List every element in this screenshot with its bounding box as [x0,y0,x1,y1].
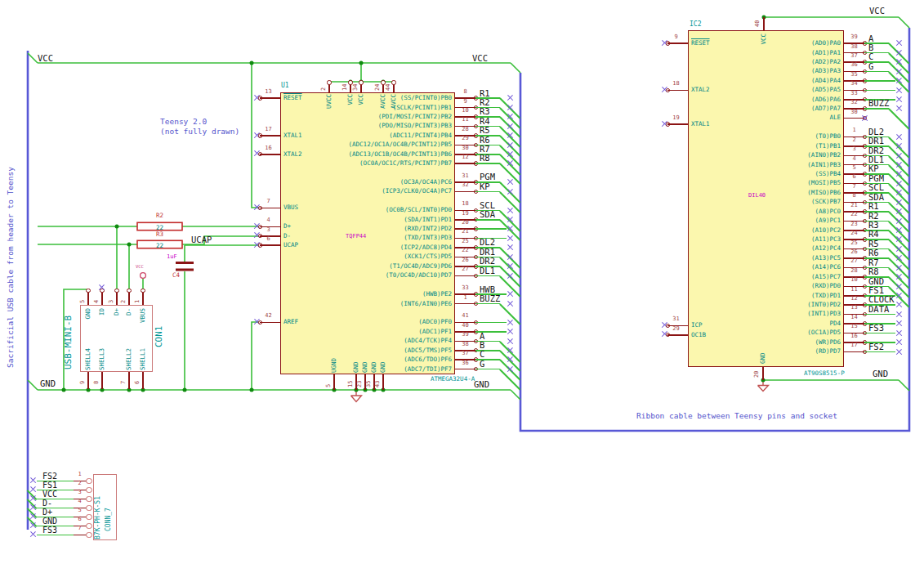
pin-row[interactable]: (AD3)PA3 36 G [688,67,924,76]
net-label[interactable]: DR1 [868,137,884,145]
pin-row[interactable]: (OC0A/OC1C/RTS/PCINT7)PB7 12 R8 [280,159,525,168]
pin-row[interactable]: (ADC4/TCK)PF4 39 A [280,336,525,345]
u1-package[interactable]: TQFP44 [346,234,366,239]
c4-reference[interactable]: C4 [172,272,180,279]
pin-row[interactable]: (ADC1)PF1 40 [280,327,525,336]
pin-row[interactable]: (AD0)PA0 39 A [688,38,924,47]
net-label[interactable]: CLOCK [868,295,895,304]
net-label[interactable]: SCL [868,183,884,192]
net-label[interactable]: KP [868,164,879,173]
u1-part-name[interactable]: ATMEGA32U4-A [431,376,475,383]
net-label[interactable]: R8 [480,154,490,163]
net-label[interactable]: R4 [868,230,879,239]
r2-value[interactable]: 22 [137,225,182,231]
gnd-net-label[interactable]: GND [474,380,489,389]
pin-row[interactable]: (ADC6/TDO)PF6 37 C [280,355,525,364]
vcc-net-label[interactable]: VCC [472,54,488,63]
net-label[interactable]: R6 [480,136,490,145]
net-label[interactable]: FS1 [42,481,57,490]
net-label[interactable]: DR1 [480,248,495,257]
net-label[interactable]: B [480,341,484,350]
net-label[interactable]: R5 [868,239,879,248]
pin-row[interactable]: (A9)PC1 22 R2 [688,216,924,225]
pin-row[interactable]: (RXD/INT2)PD2 20 [280,224,525,233]
net-label[interactable]: DL1 [480,266,495,275]
pin-row[interactable]: (AD4)PA4 35 [688,76,924,85]
net-label[interactable]: G [868,62,873,71]
pin-row[interactable]: (AD2)PA2 37 C [688,57,924,66]
net-label[interactable]: FS3 [868,324,884,333]
u1-reference[interactable]: U1 [281,83,289,89]
net-label[interactable]: C [480,350,484,359]
net-label[interactable]: FS2 [42,472,57,481]
pin-row[interactable]: (SDA/INT1)PD1 19 SDA [280,215,525,224]
pin-row[interactable]: (INT6/AIN0)PE6 1 BUZZ [280,299,525,308]
pin-row[interactable]: (RD)PD7 17 FS2 [688,347,924,356]
net-label[interactable]: R7 [480,145,490,154]
net-label[interactable]: G [480,360,484,369]
pin-row[interactable]: (ADC5/TMS)PF5 38 B [280,346,525,355]
net-label[interactable]: FS2 [868,342,884,351]
net-label[interactable]: R8 [868,267,879,276]
net-label[interactable]: R2 [480,98,490,107]
net-label[interactable]: GND [868,277,884,286]
pin-row[interactable]: (WR)PD6 16 [688,338,924,347]
pin-row[interactable]: (SCK)PB7 8 SDA [688,197,924,206]
pin-row[interactable]: (A14)PC6 27 R7 [688,263,924,272]
pin-row[interactable]: PD4 14 [688,319,924,328]
pin-row[interactable]: (T0/OC4D/ADC10)PD7 27 DL1 [280,271,525,280]
net-label[interactable]: A [868,34,873,43]
pin-row[interactable]: (ADC7/TDI)PF7 36 G [280,365,525,374]
net-label[interactable]: DATA [868,305,889,314]
pin-row[interactable]: (T0)PB0 1 DL2 [688,132,924,141]
pin-row[interactable]: (AD7)PA7 32 BUZZ [688,104,924,113]
ic2-package[interactable]: DIL40 [748,193,766,199]
net-label[interactable]: R6 [868,248,879,257]
pin-row[interactable]: (AD5)PA5 34 [688,85,924,94]
pin-row[interactable]: (A15)PC7 28 R8 [688,272,924,281]
c4-value[interactable]: 1uF [167,254,177,260]
gnd-net-label[interactable]: GND [40,379,56,388]
net-label[interactable]: SDA [480,210,495,219]
pin-row[interactable]: (A8)PC0 21 R1 [688,207,924,216]
net-label[interactable]: D- [42,499,52,508]
pin-row[interactable]: (A12)PC4 25 R5 [688,244,924,253]
net-label[interactable]: FS1 [868,286,884,295]
net-label[interactable]: DR2 [480,257,495,266]
net-label[interactable]: SCL [480,201,495,210]
net-label[interactable]: VCC [42,490,57,499]
pin-row[interactable]: (AIN1)PB3 4 DL1 [688,160,924,169]
pin-row[interactable]: (A13)PC5 26 R6 [688,253,924,262]
net-label[interactable]: C [868,52,873,61]
conn7-part-name[interactable]: B7K-PH-K-S1 [95,496,101,539]
net-label[interactable]: B [868,43,873,52]
net-label[interactable]: HWB [480,285,495,294]
pin-row[interactable]: (OC1A)PD5 15 FS3 [688,329,924,338]
pin-row[interactable]: (ADC0)PF0 41 [280,318,525,327]
pin-row[interactable]: (INT1)PD3 13 DATA [688,310,924,319]
net-label[interactable]: FS3 [42,526,57,535]
ucap-net-label[interactable]: UCAP [191,235,212,244]
net-label[interactable]: DR2 [868,146,884,155]
pin-row[interactable]: (AD1)PA1 38 B [688,48,924,57]
net-label[interactable]: R3 [868,221,879,230]
ic2-part-name[interactable]: AT90S8515-P [804,370,845,377]
pin-row[interactable]: (T1)PB1 2 DR1 [688,141,924,150]
vcc-net-label[interactable]: VCC [869,7,885,16]
pin-row[interactable]: (A10)PC2 23 R3 [688,226,924,235]
net-label[interactable]: R1 [480,89,490,98]
pin-row[interactable]: (AIN0)PB2 3 DR2 [688,150,924,159]
net-label[interactable]: DL2 [480,238,495,247]
pin-row[interactable]: (ICP3/CLK0/OC4A)PC7 32 KP [280,187,525,196]
pin-row[interactable]: ALE 30 [688,114,924,123]
net-label[interactable]: KP [480,182,490,191]
con1-reference[interactable]: CON1 [154,326,163,348]
r3-value[interactable]: 22 [137,243,182,249]
net-label[interactable]: R5 [480,126,490,135]
net-label[interactable]: DL2 [868,128,884,137]
pin-row[interactable]: (SS)PB4 5 KP [688,169,924,178]
net-label[interactable]: R1 [868,202,879,211]
gnd-net-label[interactable]: GND [873,369,888,378]
pin-row[interactable]: (A11)PC3 24 R4 [688,235,924,244]
pin-row[interactable]: (RXD)PD0 10 GND [688,281,924,290]
